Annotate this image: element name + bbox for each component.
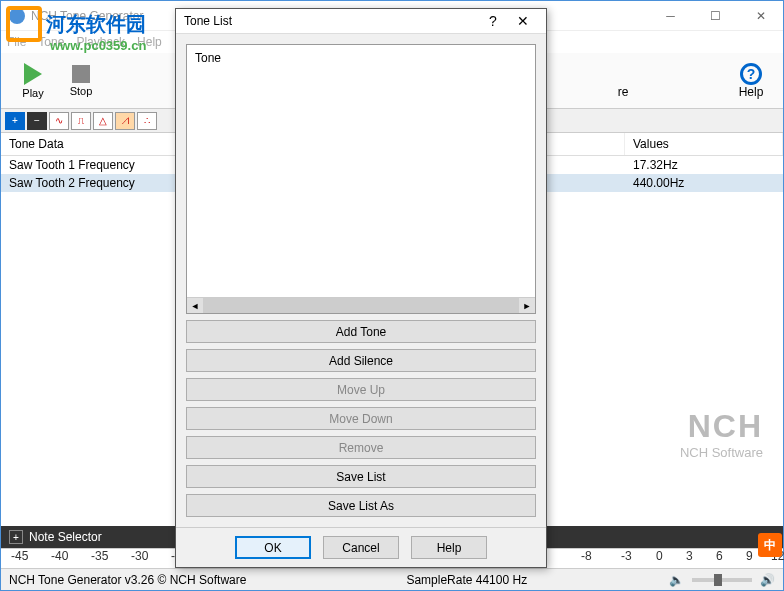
app-icon	[9, 8, 25, 24]
wave-noise-icon[interactable]: ∴	[137, 112, 157, 130]
wave-sine-icon[interactable]: ∿	[49, 112, 69, 130]
volume-control: 🔈 🔊	[669, 573, 775, 587]
samplerate-label: SampleRate 44100 Hz	[406, 573, 527, 587]
menu-playback[interactable]: Playback	[76, 35, 125, 49]
wave-square-icon[interactable]: ⎍	[71, 112, 91, 130]
scroll-left-icon[interactable]: ◄	[187, 298, 203, 313]
maximize-button[interactable]: ☐	[693, 1, 738, 31]
dialog-help-button[interactable]: Help	[411, 536, 487, 559]
unknown-icon	[140, 65, 158, 83]
scroll-track[interactable]	[203, 298, 519, 313]
dialog-title: Tone List	[184, 14, 478, 28]
partial-button[interactable]	[125, 65, 173, 97]
stop-button[interactable]: Stop	[57, 65, 105, 97]
save-list-button[interactable]: Save List	[186, 465, 536, 488]
dialog-footer: OK Cancel Help	[176, 527, 546, 567]
dialog-title-bar: Tone List ? ✕	[176, 9, 546, 34]
remove-icon[interactable]: −	[27, 112, 47, 130]
ok-button[interactable]: OK	[235, 536, 311, 559]
col-values: Values	[625, 133, 783, 155]
wave-saw-icon[interactable]: ⩘	[115, 112, 135, 130]
status-bar: NCH Tone Generator v3.26 © NCH Software …	[1, 568, 783, 590]
minimize-button[interactable]: ─	[648, 1, 693, 31]
add-silence-button[interactable]: Add Silence	[186, 349, 536, 372]
dialog-body: Tone ◄ ► Add Tone Add Silence Move Up Mo…	[176, 34, 546, 527]
menu-file[interactable]: File	[7, 35, 26, 49]
speaker-low-icon: 🔈	[669, 573, 684, 587]
list-header: Tone	[191, 49, 531, 67]
menu-help[interactable]: Help	[137, 35, 162, 49]
tone-list[interactable]: Tone ◄ ►	[186, 44, 536, 314]
wave-triangle-icon[interactable]: △	[93, 112, 113, 130]
save-list-as-button[interactable]: Save List As	[186, 494, 536, 517]
tone-list-dialog: Tone List ? ✕ Tone ◄ ► Add Tone Add Sile…	[175, 8, 547, 568]
volume-slider[interactable]	[692, 578, 752, 582]
nch-logo: NCH NCH Software	[680, 408, 763, 460]
menu-tone[interactable]: Tone	[38, 35, 64, 49]
add-tone-button[interactable]: Add Tone	[186, 320, 536, 343]
window-buttons: ─ ☐ ✕	[648, 1, 783, 31]
dialog-close-icon[interactable]: ✕	[508, 13, 538, 29]
help-icon: ?	[740, 63, 762, 85]
add-icon[interactable]: +	[5, 112, 25, 130]
stop-icon	[72, 65, 90, 83]
close-button[interactable]: ✕	[738, 1, 783, 31]
horizontal-scrollbar[interactable]: ◄ ►	[187, 297, 535, 313]
version-label: NCH Tone Generator v3.26 © NCH Software	[9, 573, 246, 587]
cancel-button[interactable]: Cancel	[323, 536, 399, 559]
ime-badge[interactable]: 中	[758, 533, 782, 557]
move-up-button[interactable]: Move Up	[186, 378, 536, 401]
play-button[interactable]: Play	[9, 63, 57, 99]
partial-right-button[interactable]: re	[599, 63, 647, 99]
scroll-right-icon[interactable]: ►	[519, 298, 535, 313]
dialog-help-icon[interactable]: ?	[478, 13, 508, 29]
help-button[interactable]: ? Help	[727, 63, 775, 99]
slider-thumb[interactable]	[714, 574, 722, 586]
move-down-button[interactable]: Move Down	[186, 407, 536, 430]
expand-icon[interactable]: +	[9, 530, 23, 544]
remove-button[interactable]: Remove	[186, 436, 536, 459]
speaker-high-icon: 🔊	[760, 573, 775, 587]
play-icon	[24, 63, 42, 85]
